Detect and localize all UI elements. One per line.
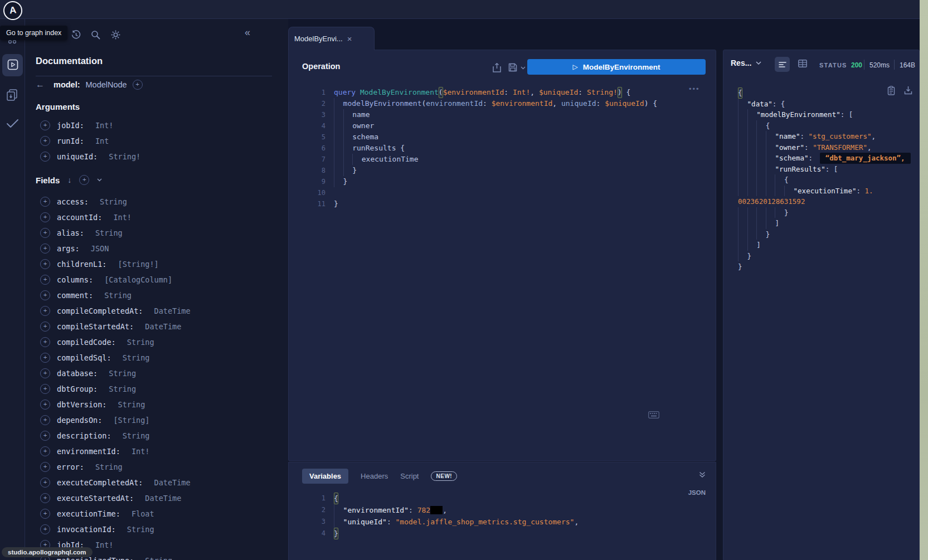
field-type[interactable]: Int! xyxy=(91,121,114,130)
field-type[interactable]: String xyxy=(100,291,132,300)
field-type[interactable]: String xyxy=(123,338,154,347)
table-view-toggle[interactable] xyxy=(798,60,807,67)
add-field-to-query-button[interactable]: + xyxy=(40,337,50,347)
field-type[interactable]: Int! xyxy=(109,213,132,222)
add-all-fields-button[interactable]: + xyxy=(79,175,89,185)
field-type[interactable]: String xyxy=(104,384,136,393)
field-row[interactable]: +dependsOn: [String] xyxy=(25,412,288,428)
explorer-nav-button[interactable] xyxy=(7,59,18,70)
field-row[interactable]: +executionTime: Float xyxy=(25,506,288,522)
tab-script[interactable]: Script xyxy=(400,472,419,480)
collapse-section-button[interactable] xyxy=(699,471,706,478)
add-field-to-query-button[interactable]: + xyxy=(40,524,50,534)
field-type[interactable]: String xyxy=(91,228,123,237)
field-type[interactable]: DateTime xyxy=(140,322,181,331)
add-field-to-query-button[interactable]: + xyxy=(40,120,50,130)
field-type[interactable]: String xyxy=(118,353,150,362)
argument-row[interactable]: +uniqueId: String! xyxy=(25,149,288,164)
add-field-to-query-button[interactable]: + xyxy=(40,431,50,441)
add-field-to-query-button[interactable]: + xyxy=(40,136,50,146)
add-field-to-query-button[interactable]: + xyxy=(40,275,50,285)
field-row[interactable]: +compiledCode: String xyxy=(25,334,288,350)
add-field-to-query-button[interactable]: + xyxy=(40,197,50,207)
field-type[interactable]: [CatalogColumn] xyxy=(100,275,172,284)
field-type[interactable]: [String] xyxy=(109,416,149,425)
field-type[interactable]: String! xyxy=(104,152,140,161)
add-field-to-query-button[interactable]: + xyxy=(40,353,50,363)
add-field-to-query-button[interactable]: + xyxy=(40,493,50,503)
field-type[interactable]: String xyxy=(118,431,150,440)
field-type[interactable]: String xyxy=(113,400,145,409)
field-row[interactable]: +comment: String xyxy=(25,288,288,303)
save-menu-chevron[interactable] xyxy=(521,66,526,70)
field-type[interactable]: String xyxy=(104,369,136,378)
add-field-to-query-button[interactable]: + xyxy=(40,446,50,456)
add-field-to-query-button[interactable]: + xyxy=(40,400,50,410)
variables-editor[interactable]: 1{2"environmentId": 782,3"uniqueId": "mo… xyxy=(289,493,716,539)
add-field-to-query-button[interactable]: + xyxy=(40,212,50,222)
add-field-to-query-button[interactable]: + xyxy=(40,244,50,254)
field-row[interactable]: +alias: String xyxy=(25,225,288,241)
run-operation-button[interactable]: ▷ ModelByEnvironment xyxy=(527,59,706,75)
add-field-to-query-button[interactable]: + xyxy=(40,509,50,519)
saved-collections-button[interactable] xyxy=(6,89,18,101)
add-field-to-query-button[interactable]: + xyxy=(40,322,50,332)
field-type[interactable]: JSON xyxy=(86,244,109,253)
tab-headers[interactable]: Headers xyxy=(361,472,388,480)
json-view-toggle[interactable] xyxy=(775,57,790,72)
keyboard-shortcuts-button[interactable] xyxy=(648,411,659,418)
field-row[interactable]: +childrenL1: [String!] xyxy=(25,256,288,272)
field-row[interactable]: +compileStartedAt: DateTime xyxy=(25,319,288,334)
field-type[interactable]: Int! xyxy=(91,540,114,549)
field-type[interactable]: DateTime xyxy=(140,494,181,503)
field-type[interactable]: [String!] xyxy=(113,260,158,269)
close-tab-icon[interactable]: × xyxy=(347,35,352,43)
argument-row[interactable]: +runId: Int xyxy=(25,133,288,149)
share-operation-button[interactable] xyxy=(493,63,501,72)
doc-field-type-link[interactable]: ModelNode xyxy=(86,80,127,89)
field-type[interactable]: String xyxy=(140,556,172,560)
field-type[interactable]: DateTime xyxy=(149,478,190,487)
field-row[interactable]: +dbtGroup: String xyxy=(25,381,288,397)
add-field-to-query-button[interactable]: + xyxy=(40,290,50,300)
save-operation-button[interactable] xyxy=(508,63,517,72)
add-field-to-query-button[interactable]: + xyxy=(40,478,50,488)
add-field-to-query-button[interactable]: + xyxy=(40,384,50,394)
operation-editor[interactable]: 1query ModelByEnvironment($environmentId… xyxy=(289,87,716,210)
checks-button[interactable] xyxy=(6,119,19,128)
response-viewer[interactable]: {"data": {"modelByEnvironment": [{"name"… xyxy=(723,87,919,272)
argument-row[interactable]: +jobId: Int! xyxy=(25,118,288,133)
field-row[interactable]: +accountId: Int! xyxy=(25,210,288,225)
history-button[interactable] xyxy=(71,30,81,40)
sort-fields-button[interactable]: ↓ xyxy=(67,176,71,184)
response-menu-chevron[interactable] xyxy=(756,61,761,65)
field-type[interactable]: DateTime xyxy=(149,306,190,315)
field-type[interactable]: String xyxy=(95,197,127,206)
tab-variables[interactable]: Variables xyxy=(302,469,348,484)
add-field-to-query-button[interactable]: + xyxy=(40,368,50,378)
field-type[interactable]: Int! xyxy=(127,447,150,456)
operation-tab[interactable]: ModelByEnvi... × xyxy=(288,27,375,50)
chevron-down-icon[interactable] xyxy=(97,178,102,182)
field-row[interactable]: +executeCompletedAt: DateTime xyxy=(25,475,288,490)
field-type[interactable]: String xyxy=(123,525,154,534)
explorer-settings-button[interactable] xyxy=(111,30,120,40)
add-field-to-query-button[interactable]: + xyxy=(40,228,50,238)
back-arrow-icon[interactable]: ← xyxy=(36,80,45,90)
field-row[interactable]: +args: JSON xyxy=(25,241,288,256)
add-field-to-query-button[interactable]: + xyxy=(40,152,50,162)
field-row[interactable]: +description: String xyxy=(25,428,288,444)
add-to-query-button[interactable]: + xyxy=(133,80,143,90)
add-field-to-query-button[interactable]: + xyxy=(40,259,50,269)
field-row[interactable]: +dbtVersion: String xyxy=(25,397,288,412)
field-row[interactable]: +environmentId: Int! xyxy=(25,444,288,459)
field-row[interactable]: +invocationId: String xyxy=(25,522,288,537)
collapse-panel-button[interactable]: « xyxy=(245,27,250,37)
add-field-to-query-button[interactable]: + xyxy=(40,462,50,472)
field-row[interactable]: +access: String xyxy=(25,194,288,210)
field-type[interactable]: String xyxy=(91,462,123,471)
field-row[interactable]: +database: String xyxy=(25,366,288,381)
field-row[interactable]: +error: String xyxy=(25,459,288,475)
field-row[interactable]: +columns: [CatalogColumn] xyxy=(25,272,288,288)
field-row[interactable]: +compiledSql: String xyxy=(25,350,288,366)
